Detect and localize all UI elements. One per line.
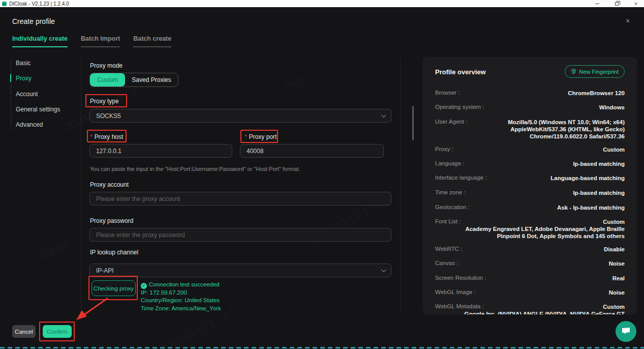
overview-value: Noise xyxy=(609,289,625,296)
overview-label: WebGL Image : xyxy=(435,289,476,296)
ip-lookup-label: IP lookup channel xyxy=(90,249,138,256)
proxy-type-select[interactable]: SOCKS5 xyxy=(89,109,391,123)
sidebar-item-account[interactable]: Account xyxy=(16,91,38,98)
ip-lookup-select[interactable]: IP-API xyxy=(89,264,391,277)
minimize-icon[interactable] xyxy=(594,1,600,7)
overview-value: Windows xyxy=(599,104,625,111)
divider xyxy=(400,57,401,314)
tab-batch-create[interactable]: Batch create xyxy=(133,35,171,47)
close-icon[interactable]: × xyxy=(633,1,639,7)
window-title: DICloak - V2.1.23 | 1.2.4.0 xyxy=(9,1,69,7)
proxy-password-input[interactable] xyxy=(89,228,391,242)
overview-label: Canvas : xyxy=(435,260,458,267)
overview-value: Ip-based matching xyxy=(573,160,625,167)
proxy-type-label: Proxy type xyxy=(90,98,119,105)
overview-value: Ip-based matching xyxy=(573,189,625,196)
annotation-arrow xyxy=(71,294,114,323)
divider xyxy=(81,57,81,313)
overview-label: Operating system : xyxy=(435,104,484,111)
confirm-button[interactable]: Confirm xyxy=(43,325,72,338)
proxy-mode-custom-button[interactable]: Custom xyxy=(90,73,125,86)
paste-format-hint: You can paste the input in the "Host:Por… xyxy=(90,166,300,172)
overview-label: Browser : xyxy=(435,90,460,97)
required-mark: * xyxy=(244,133,247,140)
required-mark: * xyxy=(90,133,93,140)
proxy-mode-saved-button[interactable]: Saved Proxies xyxy=(125,73,177,86)
proxy-type-value: SOCKS5 xyxy=(96,112,121,120)
overview-value: Ask - Ip-based matching xyxy=(557,204,625,211)
overview-label: WebGL Metadata : xyxy=(435,303,484,310)
chevron-down-icon xyxy=(381,267,386,272)
proxy-host-label: *Proxy host xyxy=(90,133,123,140)
cancel-button[interactable]: Cancel xyxy=(12,325,36,338)
chevron-down-icon xyxy=(381,112,386,118)
chat-support-button[interactable] xyxy=(616,321,636,342)
overview-label: WebRTC : xyxy=(435,246,462,253)
scrollbar-thumb[interactable] xyxy=(412,106,414,140)
overview-value: Custom xyxy=(603,303,625,310)
ip-lookup-value: IP-API xyxy=(96,267,114,274)
new-fingerprint-button[interactable]: New Fingerprint xyxy=(565,65,625,78)
test-country: Country/Region: United States xyxy=(141,297,221,305)
overview-value: Custom xyxy=(603,218,625,225)
tab-individually-create[interactable]: Individually create xyxy=(12,35,68,47)
overview-value: Language-based matching xyxy=(550,174,625,182)
tab-bar: Individually create Batch Import Batch c… xyxy=(12,35,171,47)
dialog-close-icon[interactable]: × xyxy=(626,17,630,25)
test-ip: IP: 172.59.67.200 xyxy=(141,289,221,297)
app-icon xyxy=(2,2,7,6)
restore-icon[interactable] xyxy=(614,1,620,7)
sidebar-active-indicator xyxy=(10,74,11,82)
proxy-port-label: *Proxy port xyxy=(244,133,277,140)
overview-subvalue: Academy Engraved LET, Adobe Devanagari, … xyxy=(465,225,625,240)
overview-label: Interface language : xyxy=(435,174,487,182)
proxy-account-label: Proxy account xyxy=(90,181,129,188)
sidebar-item-proxy[interactable]: Proxy xyxy=(16,75,32,82)
overview-value: Noise xyxy=(609,260,625,267)
overview-label: Geolocation : xyxy=(435,204,470,211)
proxy-port-input[interactable] xyxy=(240,144,384,158)
sidebar-item-basic[interactable]: Basic xyxy=(16,60,30,67)
tab-batch-import[interactable]: Batch Import xyxy=(81,35,120,47)
sidebar-rail xyxy=(11,58,11,130)
overview-subvalue: Google Inc. (NVIDIA) ANGLE (NVIDIA, NVID… xyxy=(465,310,625,314)
test-status: Connection test succeeded xyxy=(149,281,220,287)
watermark-text: CB59 xyxy=(39,239,70,264)
profile-overview-panel: Profile overview New Fingerprint Browser… xyxy=(423,57,637,314)
proxy-password-label: Proxy password xyxy=(90,217,133,224)
overview-label: Font List : xyxy=(435,218,461,225)
test-timezone: Time Zone: America/New_York xyxy=(141,305,221,313)
overview-value: Disable xyxy=(604,246,625,253)
watermark-text: HD- xyxy=(283,72,306,93)
watermark-text: 2024/10/12 17:47 xyxy=(63,82,146,134)
titlebar: DICloak - V2.1.23 | 1.2.4.0 × xyxy=(0,0,644,7)
page-title: Create profile xyxy=(12,17,55,25)
overview-value: ChromeBrowser 120 xyxy=(568,90,625,97)
overview-label: Time zone : xyxy=(435,189,466,196)
overview-label: Language : xyxy=(435,160,465,167)
overview-label: Proxy : xyxy=(435,146,453,153)
proxy-host-input[interactable] xyxy=(89,144,232,158)
sidebar-item-advanced[interactable]: Advanced xyxy=(16,121,43,128)
chat-bubble-icon xyxy=(621,327,631,336)
proxy-account-input[interactable] xyxy=(89,192,391,206)
overview-title: Profile overview xyxy=(435,68,486,76)
dashed-border xyxy=(0,347,644,348)
overview-label: User Agent : xyxy=(435,119,467,140)
check-circle-icon: ✓ xyxy=(141,283,147,289)
overview-label: Screen Resolution : xyxy=(435,275,486,282)
app-window: 2024/10/12 17:47 HD- CB59 2024/10/12 17:… xyxy=(0,0,644,349)
overview-value: Real xyxy=(612,275,625,282)
fingerprint-icon xyxy=(571,69,576,75)
sidebar-item-general-settings[interactable]: General settings xyxy=(16,106,60,113)
overview-value: Mozilla/5.0 (Windows NT 10.0; Win64; x64… xyxy=(508,119,625,140)
overview-value: Custom xyxy=(603,146,625,153)
proxy-mode-label: Proxy mode xyxy=(90,62,122,69)
connection-test-result: ✓Connection test succeeded IP: 172.59.67… xyxy=(141,281,221,312)
proxy-mode-toggle: Custom Saved Proxies xyxy=(89,73,178,87)
